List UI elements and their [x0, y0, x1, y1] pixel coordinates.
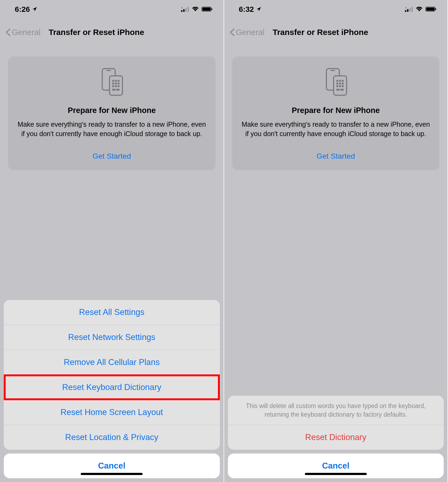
svg-rect-0 [181, 10, 182, 12]
status-bar: 6:32 ! [224, 0, 448, 19]
svg-text:!: ! [405, 6, 406, 9]
back-button[interactable]: General [5, 28, 41, 37]
svg-rect-14 [112, 83, 114, 84]
transfer-devices-icon [97, 67, 126, 97]
get-started-button[interactable]: Get Started [17, 152, 206, 161]
reset-network-settings-item[interactable]: Reset Network Settings [4, 325, 220, 350]
svg-rect-19 [118, 85, 119, 87]
svg-rect-31 [331, 70, 335, 71]
svg-rect-1 [183, 9, 185, 12]
transfer-devices-icon [321, 67, 351, 97]
svg-rect-40 [339, 85, 341, 87]
cellular-signal-icon: ! [181, 5, 189, 14]
action-sheet: Reset All Settings Reset Network Setting… [4, 300, 220, 478]
svg-rect-33 [336, 80, 338, 82]
svg-rect-28 [426, 8, 435, 11]
cellular-signal-icon: ! [405, 5, 413, 14]
reset-home-screen-layout-item[interactable]: Reset Home Screen Layout [4, 400, 220, 425]
back-label: General [12, 28, 41, 37]
svg-rect-39 [336, 85, 338, 87]
back-label: General [236, 28, 265, 37]
svg-rect-36 [336, 83, 338, 84]
page-title: Transfer or Reset iPhone [273, 28, 368, 37]
reset-all-settings-item[interactable]: Reset All Settings [4, 300, 220, 325]
svg-rect-22 [405, 10, 406, 12]
svg-rect-15 [115, 83, 117, 84]
reset-location-privacy-item[interactable]: Reset Location & Privacy [4, 425, 220, 450]
location-services-icon [32, 5, 37, 14]
chevron-left-icon [5, 28, 11, 36]
svg-rect-35 [342, 80, 344, 82]
nav-bar: General Transfer or Reset iPhone [0, 22, 224, 43]
svg-rect-16 [118, 83, 119, 84]
svg-rect-42 [336, 89, 340, 91]
svg-rect-29 [435, 8, 436, 10]
reset-keyboard-dictionary-item[interactable]: Reset Keyboard Dictionary [4, 375, 220, 400]
svg-rect-23 [407, 9, 408, 12]
reset-dictionary-button[interactable]: Reset Dictionary [228, 425, 444, 450]
svg-rect-2 [185, 8, 187, 12]
wifi-icon [192, 5, 199, 14]
nav-bar: General Transfer or Reset iPhone [224, 22, 448, 43]
prepare-card: Prepare for New iPhone Make sure everyth… [232, 56, 440, 170]
svg-rect-20 [112, 89, 115, 91]
phone-screen-left: 6:26 ! [0, 0, 224, 482]
svg-rect-13 [118, 80, 119, 82]
back-button[interactable]: General [230, 28, 265, 37]
battery-icon [202, 5, 213, 14]
status-time: 6:32 [239, 5, 254, 14]
svg-rect-34 [339, 80, 341, 82]
svg-rect-21 [116, 89, 119, 91]
svg-rect-7 [211, 8, 212, 10]
svg-rect-6 [202, 8, 211, 11]
svg-rect-3 [188, 7, 189, 12]
action-sheet: This will delete all custom words you ha… [228, 396, 444, 478]
svg-rect-17 [112, 85, 114, 87]
svg-rect-9 [107, 70, 111, 71]
chevron-left-icon [230, 28, 235, 36]
svg-text:!: ! [182, 6, 182, 9]
prepare-description: Make sure everything's ready to transfer… [242, 120, 430, 139]
remove-cellular-plans-item[interactable]: Remove All Cellular Plans [4, 350, 220, 375]
svg-rect-25 [411, 7, 413, 12]
prepare-title: Prepare for New iPhone [242, 106, 430, 115]
svg-rect-38 [342, 83, 344, 84]
status-time: 6:26 [15, 5, 30, 14]
location-services-icon [256, 5, 262, 14]
sheet-message: This will delete all custom words you ha… [228, 396, 444, 425]
page-title: Transfer or Reset iPhone [49, 28, 144, 37]
home-indicator[interactable] [81, 473, 143, 475]
get-started-button[interactable]: Get Started [242, 152, 430, 161]
battery-icon [425, 5, 437, 14]
svg-rect-43 [340, 89, 344, 91]
prepare-title: Prepare for New iPhone [17, 106, 206, 115]
prepare-description: Make sure everything's ready to transfer… [17, 120, 206, 139]
home-indicator[interactable] [305, 473, 367, 475]
svg-rect-24 [409, 8, 411, 12]
wifi-icon [416, 5, 423, 14]
svg-rect-11 [112, 80, 114, 82]
svg-rect-18 [115, 85, 117, 87]
prepare-card: Prepare for New iPhone Make sure everyth… [8, 56, 216, 170]
svg-rect-41 [342, 85, 344, 87]
status-bar: 6:26 ! [0, 0, 224, 19]
phone-screen-right: 6:32 ! [224, 0, 448, 482]
svg-rect-12 [115, 80, 117, 82]
svg-rect-37 [339, 83, 341, 84]
